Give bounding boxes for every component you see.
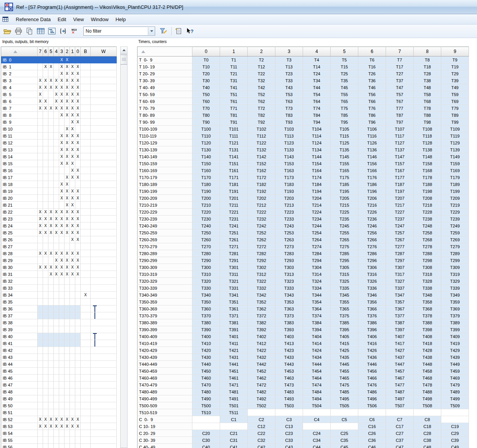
address-cell[interactable]: T105 bbox=[331, 126, 358, 133]
address-cell[interactable]: T487 bbox=[386, 388, 414, 395]
tc-row[interactable]: T220-229T220T221T222T223T224T225T226T227… bbox=[137, 209, 469, 216]
address-cell[interactable]: T108 bbox=[414, 126, 441, 133]
bit-cell[interactable] bbox=[38, 243, 43, 250]
address-cell[interactable]: T341 bbox=[220, 292, 248, 299]
bit-cell[interactable] bbox=[65, 299, 70, 305]
address-cell[interactable]: T475 bbox=[331, 382, 358, 388]
bit-cell[interactable]: X bbox=[38, 105, 43, 112]
io-row[interactable]: IB 50 bbox=[1, 402, 117, 409]
address-cell[interactable]: T40 bbox=[192, 84, 220, 91]
bit-cell[interactable]: X bbox=[65, 160, 70, 167]
word-access-cell[interactable] bbox=[91, 243, 117, 250]
bit-cell[interactable] bbox=[59, 354, 65, 361]
address-cell[interactable]: T419 bbox=[441, 340, 469, 347]
word-access-cell[interactable] bbox=[91, 319, 117, 326]
row-label-cell[interactable]: IB 29 bbox=[1, 257, 38, 264]
bit4-header[interactable]: 4 bbox=[54, 47, 59, 56]
bit-cell[interactable] bbox=[48, 285, 54, 292]
address-cell[interactable]: T447 bbox=[386, 361, 414, 368]
bit-cell[interactable]: X bbox=[54, 416, 59, 423]
bit-cell[interactable] bbox=[38, 388, 43, 395]
bit-cell[interactable]: X bbox=[75, 146, 81, 153]
address-cell[interactable]: T312 bbox=[248, 271, 275, 278]
tc-row[interactable]: T450-459T450T451T452T453T454T455T456T457… bbox=[137, 368, 469, 375]
bit-cell[interactable] bbox=[54, 437, 59, 444]
bit-cell[interactable] bbox=[70, 56, 75, 63]
address-cell[interactable]: T159 bbox=[441, 160, 469, 167]
bit-cell[interactable] bbox=[38, 382, 43, 388]
bit-cell[interactable] bbox=[48, 444, 54, 448]
address-cell[interactable]: T41 bbox=[220, 84, 248, 91]
address-cell[interactable]: T194 bbox=[303, 188, 331, 195]
io-row[interactable]: IB 55 bbox=[1, 437, 117, 444]
program-structure-button[interactable] bbox=[47, 26, 57, 36]
word-access-cell[interactable] bbox=[91, 91, 117, 98]
byte-access-cell[interactable] bbox=[81, 56, 91, 63]
row-label-cell[interactable]: T 50- 59 bbox=[137, 91, 192, 98]
bit-cell[interactable]: X bbox=[70, 84, 75, 91]
byte-access-cell[interactable] bbox=[81, 402, 91, 409]
io-row[interactable]: IB 27 bbox=[1, 243, 117, 250]
address-cell[interactable]: C19 bbox=[441, 423, 469, 430]
address-cell[interactable]: T397 bbox=[386, 326, 414, 333]
address-cell[interactable]: T295 bbox=[331, 257, 358, 264]
bit-cell[interactable]: X bbox=[65, 77, 70, 84]
bit-cell[interactable] bbox=[54, 139, 59, 146]
address-cell[interactable]: T26 bbox=[358, 70, 386, 77]
address-cell[interactable]: T155 bbox=[331, 160, 358, 167]
bit-cell[interactable]: X bbox=[38, 222, 43, 229]
address-cell[interactable]: C47 bbox=[386, 444, 414, 448]
bit-cell[interactable]: X bbox=[70, 236, 75, 243]
bit-cell[interactable] bbox=[70, 409, 75, 416]
bit-cell[interactable] bbox=[75, 292, 81, 299]
row-label-cell[interactable]: T320-329 bbox=[137, 278, 192, 285]
bit-cell[interactable]: X bbox=[54, 77, 59, 84]
address-cell[interactable]: T267 bbox=[386, 236, 414, 243]
address-cell[interactable]: T209 bbox=[441, 195, 469, 202]
row-label-cell[interactable]: IB 34 bbox=[1, 292, 38, 299]
address-cell[interactable]: C1 bbox=[220, 416, 248, 423]
byte-access-cell[interactable] bbox=[81, 388, 91, 395]
address-cell[interactable]: C20 bbox=[192, 430, 220, 437]
bit-cell[interactable] bbox=[59, 319, 65, 326]
bit-cell[interactable] bbox=[54, 319, 59, 326]
byte-access-cell[interactable] bbox=[81, 70, 91, 77]
address-cell[interactable]: T380 bbox=[192, 319, 220, 326]
byte-access-cell[interactable] bbox=[81, 368, 91, 375]
address-cell[interactable]: T118 bbox=[414, 133, 441, 139]
bit-cell[interactable] bbox=[43, 388, 48, 395]
address-cell[interactable]: T211 bbox=[220, 202, 248, 209]
bit-cell[interactable]: X bbox=[54, 91, 59, 98]
address-cell[interactable] bbox=[441, 416, 469, 423]
row-label-cell[interactable]: IB 44 bbox=[1, 361, 38, 368]
bit-cell[interactable] bbox=[48, 243, 54, 250]
bit-cell[interactable] bbox=[54, 388, 59, 395]
bit-cell[interactable] bbox=[54, 133, 59, 139]
word-access-cell[interactable] bbox=[91, 160, 117, 167]
bit-cell[interactable] bbox=[48, 70, 54, 77]
bit-cell[interactable] bbox=[59, 361, 65, 368]
bit-cell[interactable] bbox=[38, 354, 43, 361]
address-cell[interactable]: T224 bbox=[303, 209, 331, 216]
address-cell[interactable]: C17 bbox=[386, 423, 414, 430]
byte-access-cell[interactable] bbox=[81, 105, 91, 112]
byte-access-cell[interactable] bbox=[81, 133, 91, 139]
address-cell[interactable]: T145 bbox=[331, 153, 358, 160]
row-label-cell[interactable]: T 10- 19 bbox=[137, 63, 192, 70]
address-cell[interactable]: T290 bbox=[192, 257, 220, 264]
bit-cell[interactable]: X bbox=[43, 84, 48, 91]
bit-cell[interactable]: X bbox=[43, 105, 48, 112]
address-cell[interactable]: T247 bbox=[386, 222, 414, 229]
bit-cell[interactable] bbox=[43, 285, 48, 292]
bit-cell[interactable] bbox=[54, 395, 59, 402]
address-cell[interactable]: T417 bbox=[386, 340, 414, 347]
bit-cell[interactable] bbox=[75, 444, 81, 448]
bit-cell[interactable] bbox=[38, 305, 43, 312]
address-cell[interactable]: T83 bbox=[275, 112, 303, 119]
tc-sort-header[interactable] bbox=[137, 47, 192, 56]
bit-cell[interactable] bbox=[38, 326, 43, 333]
address-cell[interactable]: T192 bbox=[248, 188, 275, 195]
bit-cell[interactable]: X bbox=[59, 112, 65, 119]
bit-cell[interactable]: X bbox=[75, 209, 81, 216]
io-row[interactable]: IB 36 bbox=[1, 305, 117, 312]
